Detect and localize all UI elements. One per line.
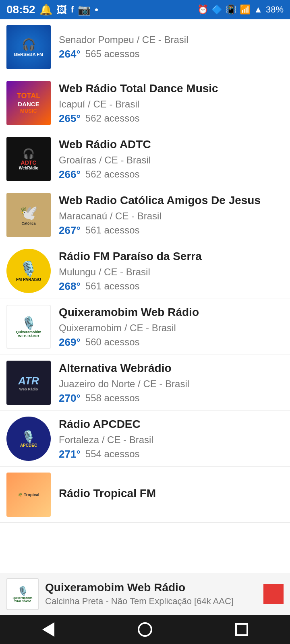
radio-rank: 265° [59, 112, 81, 125]
status-left: 08:52 🔔 🖼 f 📷 • [6, 3, 98, 16]
now-playing-thumbnail: 🎙️ Quixeramobim WEB RÁDIO [6, 578, 39, 610]
radio-info: Rádio Tropical FM [59, 486, 284, 503]
now-playing-station: Quixeramobim Web Rádio [45, 581, 259, 594]
radio-thumbnail: 🎙️ APCDEC [6, 417, 51, 461]
radio-info: Senador Pompeu / CE - Brasil 264° 565 ac… [59, 34, 284, 60]
list-item[interactable]: ATR Web Rádio Alternativa Webrádio Juaze… [0, 355, 290, 411]
radio-rank: 271° [59, 448, 81, 460]
radio-meta: 264° 565 acessos [59, 48, 284, 60]
radio-meta: 270° 558 acessos [59, 392, 284, 405]
vibrate-icon: 📳 [226, 4, 236, 15]
status-bar: 08:52 🔔 🖼 f 📷 • ⏰ 🔷 📳 📶 ▲ 38% [0, 0, 290, 19]
radio-name: Rádio FM Paraíso da Serra [59, 249, 284, 264]
home-button[interactable] [133, 617, 157, 642]
radio-thumbnail: 🎧 ADTC WebRádio [6, 137, 51, 181]
signal-icon: ▲ [254, 4, 263, 15]
radio-thumbnail: 🕊️ Católica [6, 193, 51, 237]
radio-thumbnail: TOTAL DANCE MUSIC [6, 81, 51, 125]
recents-button[interactable] [230, 617, 254, 642]
wifi-icon: 📶 [240, 4, 251, 15]
radio-info: Web Radio Católica Amigos De Jesus Marac… [59, 193, 284, 236]
list-item[interactable]: 🎙️ Quixeramobim WEB RÁDIO Quixeramobim W… [0, 299, 290, 355]
radio-name: Rádio APCDEC [59, 417, 284, 431]
radio-info: Web Rádio Total Dance Music Icapuí / CE … [59, 81, 284, 124]
status-time: 08:52 [6, 3, 35, 16]
radio-location: Icapuí / CE - Brasil [59, 99, 284, 110]
radio-name: Web Radio Católica Amigos De Jesus [59, 193, 284, 208]
battery-text: 38% [266, 4, 284, 15]
alarm-icon: ⏰ [197, 4, 208, 15]
radio-access: 562 acessos [85, 113, 140, 124]
facebook-icon: f [71, 4, 74, 15]
radio-location: Senador Pompeu / CE - Brasil [59, 34, 284, 45]
now-playing-info: Quixeramobim Web Rádio Calcinha Preta - … [45, 581, 259, 607]
list-item[interactable]: TOTAL DANCE MUSIC Web Rádio Total Dance … [0, 75, 290, 131]
radio-name: Web Rádio Total Dance Music [59, 81, 284, 96]
radio-info: Web Rádio ADTC Groaíras / CE - Brasil 26… [59, 137, 284, 180]
home-icon [138, 622, 152, 637]
radio-location: Fortaleza / CE - Brasil [59, 434, 284, 446]
radio-rank: 269° [59, 336, 81, 349]
radio-access: 561 acessos [85, 225, 140, 236]
stop-button[interactable] [263, 584, 284, 604]
radio-info: Quixeramobim Web Rádio Quixeramobim / CE… [59, 305, 284, 348]
radio-thumbnail: 🎧 BERSEBA FM [6, 25, 51, 69]
now-playing-track: Calcinha Preta - Não Tem Explicação [64k… [45, 596, 259, 607]
list-item[interactable]: 🌴 Tropical Rádio Tropical FM [0, 467, 290, 523]
navigation-bar [0, 615, 290, 644]
radio-name: Quixeramobim Web Rádio [59, 305, 284, 320]
list-item[interactable]: 🎙️ FM PARAISO Rádio FM Paraíso da Serra … [0, 243, 290, 299]
list-item[interactable]: 🎧 BERSEBA FM Senador Pompeu / CE - Brasi… [0, 19, 290, 75]
radio-name: Alternativa Webrádio [59, 361, 284, 376]
radio-meta: 265° 562 acessos [59, 112, 284, 125]
radio-meta: 266° 562 acessos [59, 168, 284, 181]
recents-icon [235, 623, 248, 636]
radio-access: 560 acessos [85, 336, 140, 348]
radio-list: 🎧 BERSEBA FM Senador Pompeu / CE - Brasi… [0, 19, 290, 573]
notification-icon: 🔔 [39, 4, 52, 16]
radio-thumbnail: 🌴 Tropical [6, 473, 51, 517]
radio-info: Alternativa Webrádio Juazeiro do Norte /… [59, 361, 284, 404]
back-icon [42, 622, 54, 637]
status-right: ⏰ 🔷 📳 📶 ▲ 38% [197, 4, 284, 15]
radio-rank: 266° [59, 168, 81, 181]
radio-meta: 268° 561 acessos [59, 280, 284, 293]
radio-name: Rádio Tropical FM [59, 486, 284, 501]
radio-location: Mulungu / CE - Brasil [59, 266, 284, 278]
back-button[interactable] [36, 617, 60, 642]
gallery-icon: 🖼 [56, 4, 67, 16]
radio-access: 562 acessos [85, 169, 140, 180]
radio-location: Juazeiro do Norte / CE - Brasil [59, 378, 284, 390]
radio-meta: 269° 560 acessos [59, 336, 284, 349]
radio-access: 561 acessos [85, 281, 140, 292]
list-item[interactable]: 🕊️ Católica Web Radio Católica Amigos De… [0, 187, 290, 243]
radio-thumbnail: ATR Web Rádio [6, 361, 51, 405]
radio-location: Groaíras / CE - Brasil [59, 155, 284, 166]
now-playing-bar[interactable]: 🎙️ Quixeramobim WEB RÁDIO Quixeramobim W… [0, 573, 290, 615]
radio-rank: 264° [59, 48, 81, 60]
radio-access: 558 acessos [85, 392, 140, 404]
radio-location: Maracanaú / CE - Brasil [59, 211, 284, 222]
list-item[interactable]: 🎙️ APCDEC Rádio APCDEC Fortaleza / CE - … [0, 411, 290, 467]
radio-rank: 267° [59, 224, 81, 237]
radio-name: Web Rádio ADTC [59, 137, 284, 152]
radio-thumbnail: 🎙️ FM PARAISO [6, 249, 51, 293]
bluetooth-icon: 🔷 [211, 4, 222, 15]
radio-thumbnail: 🎙️ Quixeramobim WEB RÁDIO [6, 305, 51, 349]
radio-meta: 267° 561 acessos [59, 224, 284, 237]
radio-info: Rádio APCDEC Fortaleza / CE - Brasil 271… [59, 417, 284, 460]
radio-location: Quixeramobim / CE - Brasil [59, 322, 284, 334]
radio-meta: 271° 554 acessos [59, 448, 284, 460]
list-item[interactable]: 🎧 ADTC WebRádio Web Rádio ADTC Groaíras … [0, 131, 290, 187]
dot-icon: • [95, 4, 98, 16]
instagram-icon: 📷 [78, 4, 91, 16]
radio-access: 565 acessos [85, 48, 140, 60]
radio-rank: 270° [59, 392, 81, 405]
radio-access: 554 acessos [85, 448, 140, 460]
radio-info: Rádio FM Paraíso da Serra Mulungu / CE -… [59, 249, 284, 292]
radio-rank: 268° [59, 280, 81, 293]
